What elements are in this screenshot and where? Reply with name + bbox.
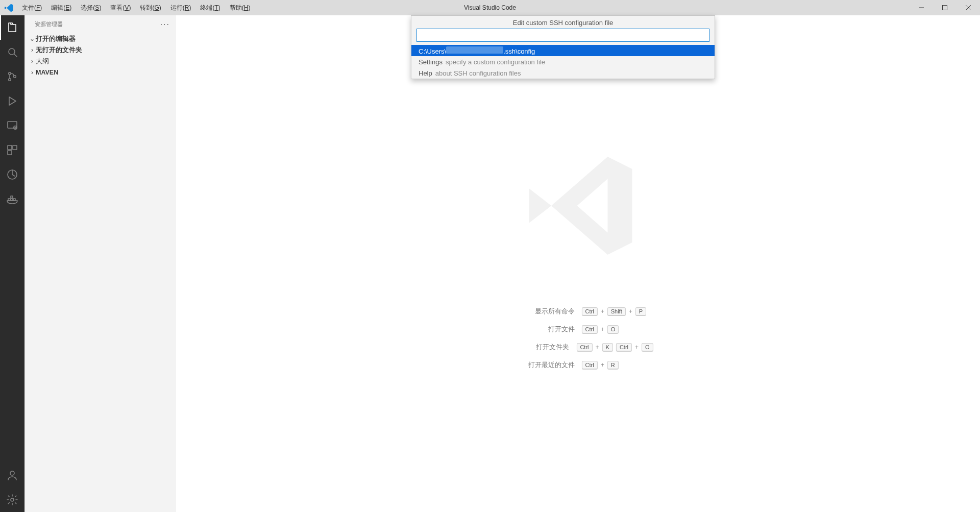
svg-rect-18 <box>11 196 13 198</box>
svg-rect-11 <box>8 145 12 150</box>
tree-section-label: 打开的编辑器 <box>36 35 76 43</box>
plus-separator: + <box>629 308 632 315</box>
vscode-logo-icon <box>0 4 17 12</box>
titlebar: 文件(F)编辑(E)选择(S)查看(V)转到(G)运行(R)终端(T)帮助(H)… <box>0 0 980 15</box>
activity-settings-icon[interactable] <box>0 487 24 512</box>
shortcut-row-3: 打开最近的文件Ctrl+R <box>503 356 653 374</box>
plus-separator: + <box>596 344 599 351</box>
chevron-right-icon: › <box>29 69 36 76</box>
sidebar-explorer: 资源管理器 ··· ⌄打开的编辑器›无打开的文件夹›大纲›MAVEN <box>24 15 176 512</box>
app-title: Visual Studio Code <box>464 4 516 11</box>
maximize-button[interactable] <box>933 0 957 15</box>
plus-separator: + <box>601 361 604 369</box>
tree-section-2[interactable]: ›大纲 <box>24 56 176 67</box>
quickpick-row-label: Settings <box>419 58 443 66</box>
close-button[interactable] <box>957 0 980 15</box>
shortcut-keys: Ctrl+Shift+P <box>582 307 653 316</box>
svg-point-20 <box>11 498 14 501</box>
activity-source-control-icon[interactable] <box>0 64 24 89</box>
shortcut-hints: 显示所有命令Ctrl+Shift+P打开文件Ctrl+O打开文件夹Ctrl+KC… <box>503 303 653 374</box>
menu-item-4[interactable]: 转到(G) <box>135 0 165 15</box>
plus-separator: + <box>601 326 604 333</box>
activity-custom-1-icon[interactable] <box>0 162 24 187</box>
menu-item-0[interactable]: 文件(F) <box>17 0 46 15</box>
shortcut-label: 显示所有命令 <box>508 307 575 316</box>
keycap: O <box>642 343 653 352</box>
activity-docker-icon[interactable] <box>0 187 24 211</box>
editor-area: Edit custom SSH configuration file C:\Us… <box>176 15 980 512</box>
shortcut-keys: Ctrl+R <box>582 361 653 370</box>
shortcut-keys: Ctrl+KCtrl+O <box>576 343 653 352</box>
quickpick-row-label: Help <box>419 69 432 77</box>
shortcut-row-1: 打开文件Ctrl+O <box>503 321 653 338</box>
tree-section-3[interactable]: ›MAVEN <box>24 67 176 78</box>
tree-section-0[interactable]: ⌄打开的编辑器 <box>24 33 176 44</box>
svg-rect-9 <box>8 121 17 128</box>
shortcut-row-2: 打开文件夹Ctrl+KCtrl+O <box>503 338 653 356</box>
menu-item-6[interactable]: 终端(T) <box>195 0 225 15</box>
activity-explorer-icon[interactable] <box>0 15 24 40</box>
quickpick-title: Edit custom SSH configuration file <box>411 16 715 29</box>
svg-point-4 <box>9 48 15 55</box>
svg-rect-12 <box>13 145 17 150</box>
svg-point-19 <box>10 471 14 475</box>
chevron-down-icon: ⌄ <box>29 35 36 42</box>
sidebar-header: 资源管理器 ··· <box>24 15 176 33</box>
activity-search-icon[interactable] <box>0 40 24 64</box>
chevron-right-icon: › <box>29 58 36 65</box>
quickpick-row-0[interactable]: C:\Users\.ssh\config <box>411 45 715 56</box>
sidebar-title: 资源管理器 <box>35 20 63 28</box>
keycap: Ctrl <box>576 343 592 352</box>
quickpick-row-1[interactable]: Settingsspecify a custom configuration f… <box>411 56 715 67</box>
explorer-tree: ⌄打开的编辑器›无打开的文件夹›大纲›MAVEN <box>24 33 176 78</box>
svg-rect-1 <box>943 6 947 10</box>
quickpick-row-description: specify a custom configuration file <box>446 58 545 66</box>
keycap: Shift <box>607 307 626 316</box>
more-actions-icon[interactable]: ··· <box>160 20 170 29</box>
tree-section-1[interactable]: ›无打开的文件夹 <box>24 44 176 56</box>
plus-separator: + <box>635 344 639 351</box>
svg-rect-13 <box>8 151 12 155</box>
chevron-right-icon: › <box>29 46 36 54</box>
editor-watermark: 显示所有命令Ctrl+Shift+P打开文件Ctrl+O打开文件夹Ctrl+KC… <box>503 144 653 374</box>
menu-item-1[interactable]: 编辑(E) <box>46 0 76 15</box>
keycap: Ctrl <box>582 325 598 334</box>
keycap: O <box>607 325 619 334</box>
tree-section-label: 大纲 <box>36 57 49 66</box>
shortcut-keys: Ctrl+O <box>582 325 653 334</box>
shortcut-label: 打开文件 <box>508 325 575 334</box>
menu-item-5[interactable]: 运行(R) <box>166 0 196 15</box>
menu-item-7[interactable]: 帮助(H) <box>225 0 255 15</box>
tree-section-label: 无打开的文件夹 <box>36 46 82 55</box>
activity-remote-explorer-icon[interactable] <box>0 113 24 138</box>
keycap: Ctrl <box>582 307 598 316</box>
quickpick-row-label: C:\Users\.ssh\config <box>419 46 535 55</box>
activity-run-debug-icon[interactable] <box>0 89 24 113</box>
minimize-button[interactable] <box>910 0 933 15</box>
redacted-username <box>446 46 503 54</box>
svg-line-5 <box>14 54 17 57</box>
shortcut-row-0: 显示所有命令Ctrl+Shift+P <box>503 303 653 321</box>
plus-separator: + <box>601 308 604 315</box>
tree-section-label: MAVEN <box>36 69 58 76</box>
quickpick-row-2[interactable]: Helpabout SSH configuration files <box>411 67 715 79</box>
keycap: Ctrl <box>616 343 632 352</box>
keycap: R <box>607 361 619 370</box>
activity-extensions-icon[interactable] <box>0 138 24 162</box>
quickpick-input[interactable] <box>416 29 709 42</box>
quickpick-row-description: about SSH configuration files <box>435 69 521 77</box>
keycap: Ctrl <box>582 361 598 370</box>
quickpick-list: C:\Users\.ssh\configSettingsspecify a cu… <box>411 45 715 79</box>
shortcut-label: 打开最近的文件 <box>508 360 575 370</box>
menu-bar: 文件(F)编辑(E)选择(S)查看(V)转到(G)运行(R)终端(T)帮助(H) <box>17 0 255 15</box>
keycap: P <box>635 307 646 316</box>
activity-bar <box>0 15 24 512</box>
menu-item-2[interactable]: 选择(S) <box>76 0 106 15</box>
keycap: K <box>602 343 613 352</box>
quickpick-panel: Edit custom SSH configuration file C:\Us… <box>411 15 715 79</box>
shortcut-label: 打开文件夹 <box>503 343 569 352</box>
window-controls <box>910 0 980 15</box>
activity-accounts-icon[interactable] <box>0 463 24 487</box>
vscode-watermark-icon <box>512 144 645 267</box>
menu-item-3[interactable]: 查看(V) <box>106 0 135 15</box>
